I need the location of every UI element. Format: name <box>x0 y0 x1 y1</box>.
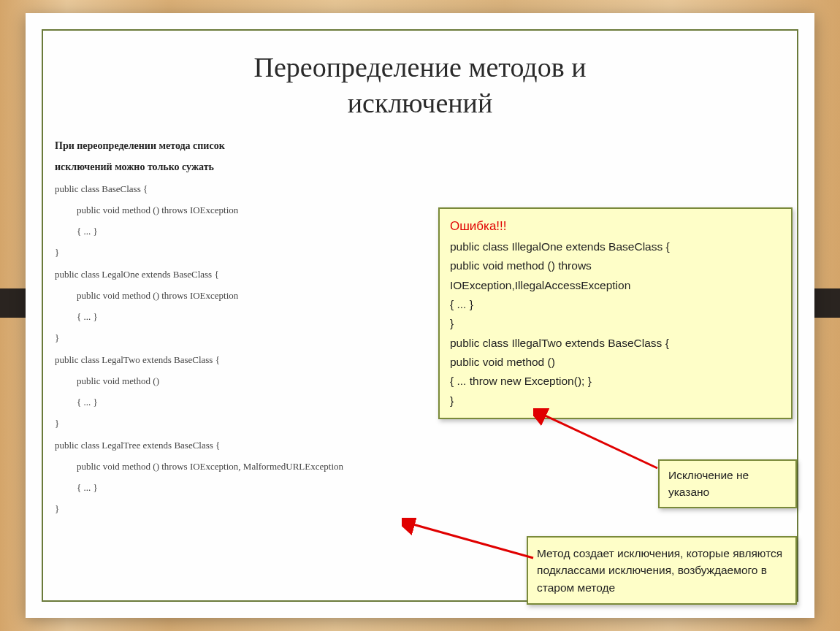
svg-line-3 <box>411 524 533 558</box>
arrow-icon <box>533 408 665 474</box>
slide-card: Переопределение методов и исключений При… <box>26 13 814 618</box>
error-label: Ошибка!!! <box>450 216 781 237</box>
note-box-1: Исключение не указано <box>658 459 797 508</box>
svg-line-1 <box>542 414 657 468</box>
right-column: Ошибка!!! public class IllegalOne extend… <box>438 207 793 419</box>
arrow-icon <box>402 518 541 565</box>
note-box-2: Метод создает исключения, которые являют… <box>527 536 797 605</box>
error-box: Ошибка!!! public class IllegalOne extend… <box>438 207 793 419</box>
